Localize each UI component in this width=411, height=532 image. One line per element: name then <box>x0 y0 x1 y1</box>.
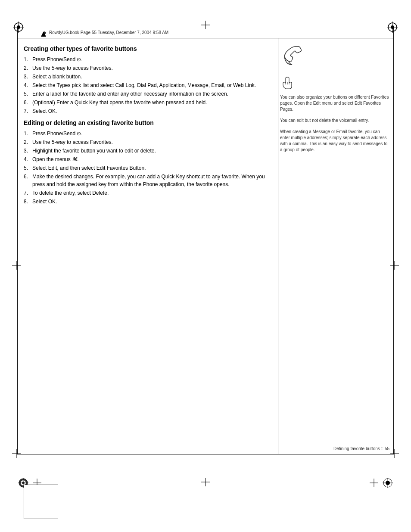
list-item: 2. Use the 5-way to access Favorites. <box>24 138 273 146</box>
list-item: 7. To delete the entry, select Delete. <box>24 189 273 197</box>
list-item: 8. Select OK. <box>24 198 273 205</box>
crosshair-right <box>390 261 399 271</box>
bottom-right-marks <box>370 477 394 489</box>
list-item: 3. Select a blank button. <box>24 73 273 81</box>
list-item: 1. Press Phone/Send ⊙. <box>24 130 273 137</box>
sidebar-tip2: You can edit but not delete the voicemai… <box>280 118 389 124</box>
vertical-divider <box>278 38 278 454</box>
sidebar-tip1: You can also organize your buttons on di… <box>280 94 389 112</box>
list-item: 6. Make the desired changes. For example… <box>24 173 273 188</box>
list-item: 1. Press Phone/Send ⊙. <box>24 56 273 63</box>
border-right <box>393 26 394 454</box>
crosshair-bottom-right <box>370 479 378 487</box>
list-item: 5. Enter a label for the favorite and en… <box>24 90 273 98</box>
section1-heading: Creating other types of favorite buttons <box>24 45 273 52</box>
sidebar-tip3: When creating a Message or Email favorit… <box>280 129 389 153</box>
header-text: ◆RowdyUG.book Page 55 Tuesday, December … <box>43 30 168 35</box>
crosshair-bottom-center <box>201 478 210 488</box>
border-bottom <box>17 454 394 454</box>
list-item: 2. Use the 5-way to access Favorites. <box>24 64 273 72</box>
reg-circle-bottom-right <box>382 477 394 489</box>
list-item: 3. Highlight the favorite button you wan… <box>24 147 273 155</box>
list-item: 5. Select Edit, and then select Edit Fav… <box>24 164 273 172</box>
section2-list: 1. Press Phone/Send ⊙. 2. Use the 5-way … <box>24 130 273 205</box>
footer-text: Defining favorite buttons :: 55 <box>333 446 389 451</box>
crosshair-top <box>201 21 210 31</box>
corner-reg-bottom-right <box>390 449 399 460</box>
corner-reg-bottom-left <box>12 449 21 460</box>
section1: Creating other types of favorite buttons… <box>24 45 273 115</box>
blank-box <box>24 485 58 519</box>
section1-list: 1. Press Phone/Send ⊙. 2. Use the 5-way … <box>24 56 273 115</box>
list-item: 6. (Optional) Enter a Quick Key that ope… <box>24 99 273 106</box>
list-item: 4. Open the menus ⌘. <box>24 156 273 163</box>
header-arrow <box>41 31 46 38</box>
corner-reg-top-left <box>12 21 25 35</box>
list-item: 7. Select OK. <box>24 107 273 115</box>
section2-heading: Editing or deleting an existing favorite… <box>24 119 273 126</box>
main-content: Creating other types of favorite buttons… <box>24 41 273 452</box>
list-item: 4. Select the Types pick list and select… <box>24 81 273 89</box>
sidebar: You can also organize your buttons on di… <box>280 41 389 452</box>
phone-icon <box>280 44 389 70</box>
section2: Editing or deleting an existing favorite… <box>24 119 273 205</box>
bottom-marks-row <box>17 477 394 489</box>
header-line <box>17 38 394 38</box>
border-left <box>17 26 18 454</box>
corner-reg-top-right <box>386 21 399 35</box>
tip-icon <box>280 76 389 92</box>
crosshair-left <box>12 261 21 271</box>
svg-marker-18 <box>41 31 46 37</box>
